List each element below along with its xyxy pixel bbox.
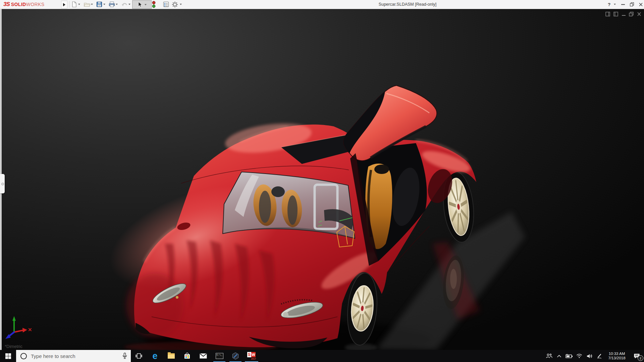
clock-date: 7/13/2018 <box>606 356 628 360</box>
new-document-icon <box>71 1 77 7</box>
minimize-button[interactable] <box>619 0 627 9</box>
tray-overflow-button[interactable] <box>554 350 564 362</box>
clock-time: 10:33 AM <box>606 352 628 356</box>
store-icon <box>184 353 191 359</box>
action-center-button[interactable]: 2 <box>629 350 644 362</box>
taskbar-app-solidworks[interactable]: S W 2017 <box>244 350 260 362</box>
command-prompt-icon: C:\_ <box>216 353 223 359</box>
print-icon <box>109 1 115 7</box>
undo-arrow-icon <box>121 1 128 7</box>
viewport-window-controls <box>605 12 641 16</box>
speaker-icon <box>587 354 592 359</box>
microphone-icon[interactable] <box>122 353 127 359</box>
new-document-caret[interactable] <box>78 1 80 8</box>
notification-badge: 2 <box>638 355 643 361</box>
brand-text-bold: SOLID <box>11 2 26 7</box>
undo-button[interactable] <box>121 1 128 8</box>
caret-down-icon <box>128 4 130 5</box>
people-icon <box>546 353 552 359</box>
caret-down-icon <box>614 4 616 5</box>
taskbar-app-command-prompt[interactable]: C:\_ <box>211 350 227 362</box>
solidworks-logo-mark: 3S <box>3 1 10 8</box>
panel-expand-icon <box>1 183 4 185</box>
cortana-icon <box>20 353 27 359</box>
toolbar-flyout-button[interactable] <box>61 1 67 8</box>
viewport-minimize-icon[interactable] <box>622 12 626 16</box>
viewport-restore-icon[interactable] <box>629 12 634 16</box>
graphics-viewport[interactable]: *Dimetric <box>0 9 644 350</box>
document-title: Supercar.SLDASM [Read-only] <box>379 2 436 7</box>
file-explorer-icon <box>168 353 175 359</box>
edge-icon: e <box>152 352 157 361</box>
battery-charging-icon <box>566 354 573 358</box>
caret-down-icon <box>91 4 93 5</box>
volume-button[interactable] <box>584 350 594 362</box>
close-button[interactable] <box>637 0 644 9</box>
rebuild-traffic-light-icon <box>152 1 156 8</box>
wifi-icon <box>576 354 582 358</box>
search-input[interactable] <box>30 353 112 359</box>
select-cursor-icon <box>137 2 143 8</box>
restore-icon <box>630 2 634 6</box>
battery-button[interactable] <box>564 350 574 362</box>
save-caret[interactable] <box>103 1 105 8</box>
rebuild-button[interactable] <box>152 1 156 8</box>
select-tool-button[interactable] <box>132 0 152 9</box>
people-button[interactable] <box>544 350 554 362</box>
file-properties-icon <box>163 1 169 7</box>
help-button[interactable]: ? <box>606 0 612 9</box>
pen-icon <box>597 353 602 359</box>
taskbar-app-file-explorer[interactable] <box>163 350 179 362</box>
new-document-button[interactable] <box>71 1 77 8</box>
windows-logo-icon <box>5 353 11 359</box>
taskbar-app-edge[interactable]: e <box>147 350 163 362</box>
chevron-up-icon <box>557 355 561 358</box>
save-floppy-icon <box>96 1 102 7</box>
windows-ink-button[interactable] <box>594 350 604 362</box>
taskbar-clock[interactable]: 10:33 AM 7/13/2018 <box>604 352 629 360</box>
open-caret[interactable] <box>91 1 93 8</box>
taskbar-app-mail[interactable] <box>195 350 211 362</box>
taskbar-app-composer[interactable] <box>227 350 244 362</box>
system-tray: 10:33 AM 7/13/2018 2 <box>544 350 644 362</box>
caret-down-icon <box>145 4 147 5</box>
viewport-close-icon[interactable] <box>637 12 641 16</box>
minimize-icon <box>621 4 625 5</box>
feature-manager-tab[interactable] <box>0 174 5 193</box>
help-caret[interactable] <box>612 0 617 9</box>
caret-down-icon <box>180 4 182 5</box>
display-pane-left-icon[interactable] <box>605 12 610 16</box>
task-view-button[interactable] <box>131 350 147 362</box>
desktop: 3S SOLIDWORKS <box>0 0 644 362</box>
view-orientation-label: *Dimetric <box>5 344 22 349</box>
toolbar-separator <box>69 1 69 8</box>
open-button[interactable] <box>84 1 91 8</box>
network-button[interactable] <box>574 350 584 362</box>
close-icon <box>639 3 643 6</box>
solidworks-logo: 3S SOLIDWORKS <box>3 0 44 8</box>
windows-taskbar: e C:\_ <box>0 350 644 362</box>
undo-caret[interactable] <box>128 1 130 8</box>
options-button[interactable] <box>172 1 178 8</box>
display-pane-right-icon[interactable] <box>613 12 619 16</box>
taskbar-search[interactable] <box>16 350 131 362</box>
start-button[interactable] <box>0 350 16 362</box>
restore-button[interactable] <box>628 0 636 9</box>
options-caret[interactable] <box>180 1 182 8</box>
file-properties-button[interactable] <box>163 1 169 8</box>
caret-down-icon <box>116 4 118 5</box>
brand-text-light: WORKS <box>26 2 45 7</box>
print-button[interactable] <box>109 1 115 8</box>
gear-icon <box>172 1 178 8</box>
caret-down-icon <box>78 4 80 5</box>
open-folder-icon <box>84 1 91 7</box>
print-caret[interactable] <box>116 1 118 8</box>
save-button[interactable] <box>96 1 102 8</box>
mail-icon <box>200 353 207 359</box>
titlebar: 3S SOLIDWORKS <box>0 0 644 9</box>
hexagon-app-icon <box>232 352 239 360</box>
task-view-icon <box>136 353 142 359</box>
taskbar-app-store[interactable] <box>179 350 195 362</box>
car-3d-render <box>0 9 644 350</box>
orientation-triad[interactable] <box>1 309 35 346</box>
